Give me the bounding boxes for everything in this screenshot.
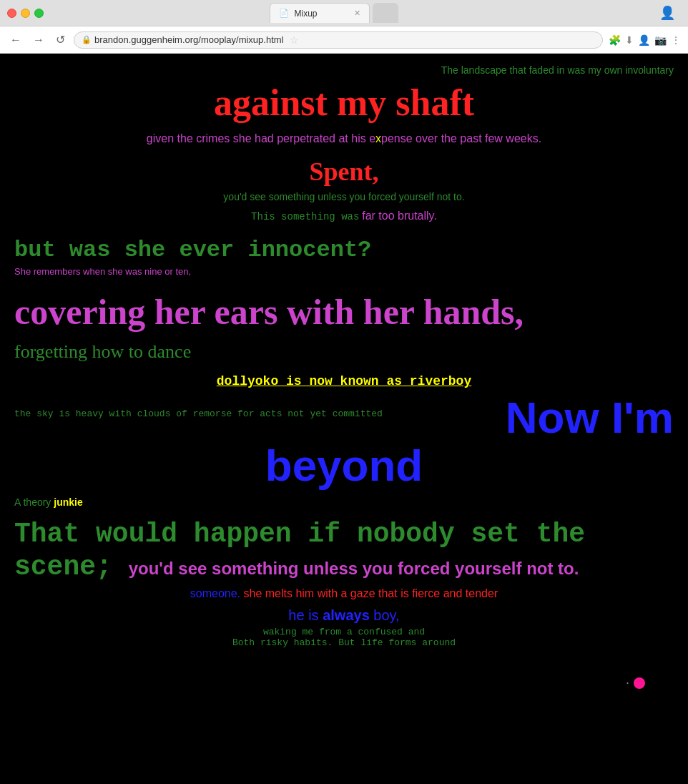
line-beyond: beyond [14,440,674,491]
line-spent: Spent, [14,157,674,187]
line-youd: you'd see something unless you forced yo… [14,191,674,202]
line-he-is: he is always boy, [14,607,674,624]
line-this-post: far too brutally. [362,210,437,222]
line-this: This something was far too brutally. [14,210,674,222]
always-text: always [323,607,370,623]
line-landscape: The landscape that faded in was my own i… [14,64,674,76]
address-bar: ← → ↺ 🔒 brandon.guggenheim.org/mooplay/m… [0,26,688,53]
url-text: brandon.guggenheim.org/mooplay/mixup.htm… [94,34,284,45]
line-waking: waking me from a confused and [14,627,674,637]
tab-title: Mixup [295,9,318,19]
line-given: given the crimes she had perpetrated at … [14,132,674,145]
active-tab[interactable]: 📄 Mixup ✕ [270,3,370,23]
new-tab-placeholder [373,3,398,23]
line-sky-now: the sky is heavy with clouds of remorse … [14,396,674,440]
line-she-melts: she melts him with a gaze that is fierce… [243,587,498,599]
dot-small-text: · [626,675,629,690]
line-dollyoko: dollyoko is now known as riverboy [14,374,674,388]
line-but: but was she ever innocent? [14,237,674,263]
forward-button[interactable]: → [30,32,47,48]
page-content: The landscape that faded in was my own i… [0,54,688,733]
line-now: Now I'm [506,396,674,440]
more-icon[interactable]: ⋮ [671,34,681,46]
line-someone: someone. [190,587,240,599]
line-theory: A theory junkie [14,496,674,508]
line-covering: covering her ears with her hands, [14,291,674,333]
lock-icon: 🔒 [82,35,92,44]
line-she-remembers: She remembers when she was nine or ten, [14,266,674,277]
line-this-pre: This something was [251,211,359,222]
camera-icon[interactable]: 📷 [654,34,667,46]
junkie-text: junkie [54,496,82,508]
download-icon[interactable]: ⬇ [625,34,634,46]
extensions-icon[interactable]: 🧩 [609,34,621,46]
line-that: That would happen if nobody set the scen… [14,518,674,583]
refresh-button[interactable]: ↺ [53,31,68,48]
line-both: Both risky habits. But life forms around [14,637,674,648]
line-youd2: you'd see something unless you forced yo… [129,559,579,578]
line-sky: the sky is heavy with clouds of remorse … [14,396,498,419]
tab-close-icon[interactable]: ✕ [354,9,360,18]
browser-chrome: 📄 Mixup ✕ 👤 ← → ↺ 🔒 brandon.guggenheim.o… [0,0,688,54]
dot-pink-circle [634,677,645,689]
line-someone-area: someone. she melts him with a gaze that … [14,587,674,600]
line-against: against my shaft [14,82,674,124]
tab-page-icon: 📄 [279,9,289,18]
back-button[interactable]: ← [7,32,24,48]
that-block: That would happen if nobody set the scen… [14,518,674,600]
user-avatar-icon: 👤 [659,6,675,20]
x-highlight: x [375,132,381,144]
url-bar[interactable]: 🔒 brandon.guggenheim.org/mooplay/mixup.h… [74,31,603,49]
dot-area: · [626,675,645,690]
profile-icon[interactable]: 👤 [638,34,650,46]
toolbar-icons: 🧩 ⬇ 👤 📷 ⋮ [609,34,681,46]
bookmark-icon[interactable]: ☆ [290,34,299,46]
line-forgetting: forgetting how to dance [14,341,674,363]
title-bar: 📄 Mixup ✕ 👤 [0,0,688,26]
